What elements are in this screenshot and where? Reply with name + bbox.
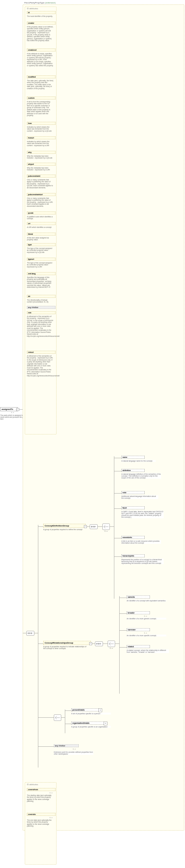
attr-pubconstraint[interactable]: pubconstraint	[27, 175, 55, 178]
attr-desc: A qualified code which identifies a conc…	[27, 216, 53, 220]
connector	[38, 644, 43, 644]
leaf-facet[interactable]: facet	[121, 506, 145, 509]
leaf-title: narrower	[128, 629, 149, 631]
leaf-persondetails[interactable]: personDetails	[71, 708, 100, 711]
attr-coversto[interactable]: coversto	[27, 813, 55, 816]
leaf-organisationdetails[interactable]: organisationDetails	[71, 722, 105, 724]
plus-icon[interactable]: +	[98, 708, 102, 712]
card: 0..∞	[110, 647, 113, 649]
attr-name: whyuri	[28, 163, 54, 165]
leaf-sameas[interactable]: sameAs	[127, 595, 150, 598]
sequence-compositor[interactable]	[26, 631, 34, 636]
attr-coversfrom[interactable]: coversfrom	[27, 788, 55, 791]
attr-id[interactable]: id	[27, 11, 55, 14]
leaf-desc: Additional natural language information …	[121, 495, 158, 499]
leaf-narrower[interactable]: narrower	[127, 628, 150, 631]
attr-name: why	[28, 151, 54, 153]
attr-desc: One or many constraints that apply to pu…	[27, 197, 53, 207]
leaf-definition[interactable]: definition	[121, 469, 145, 472]
choice-compositor[interactable]	[102, 524, 110, 530]
attr-desc: One or many constraints that apply to pu…	[27, 179, 53, 189]
attr-xml-lang[interactable]: xml:lang	[27, 272, 55, 275]
connector	[38, 717, 54, 718]
leaf-title: note	[122, 492, 144, 494]
attr-creator[interactable]: creator	[27, 22, 55, 25]
attr-whyuri[interactable]: whyuri	[27, 163, 55, 166]
attr-how[interactable]: how	[27, 122, 55, 125]
attr-custom[interactable]: custom	[27, 96, 55, 99]
attr-name: custom	[28, 97, 54, 99]
leaf-desc: An identifier of a more specific concept…	[127, 634, 166, 637]
choice-compositor[interactable]	[54, 714, 61, 721]
connector	[114, 508, 121, 509]
leaf-name[interactable]: name	[121, 456, 145, 459]
attr-type[interactable]: type	[27, 243, 55, 246]
leaf-remoteinfo[interactable]: remoteInfo	[121, 536, 145, 539]
attr-name: coversto	[28, 813, 54, 815]
sequence-compositor[interactable]	[95, 642, 103, 646]
attr-role[interactable]: role	[27, 311, 55, 314]
group-crg[interactable]: ConceptRelationshipsGroup	[43, 641, 91, 645]
connector	[65, 724, 71, 724]
type-name: Flex1PartyPropType	[24, 2, 44, 4]
card: 0..∞	[144, 615, 147, 617]
expand-toggle[interactable]: −	[17, 408, 19, 411]
attr-desc: A free-text value assigned as property v…	[27, 237, 53, 241]
leaf-title: remoteInfo	[122, 536, 144, 538]
attr-qcode[interactable]: qcode	[27, 212, 55, 214]
attr-desc: If set to true the corresponding propert…	[27, 101, 53, 117]
attr-name: any ##other	[28, 307, 38, 308]
attr-typeuri[interactable]: typeuri	[27, 258, 55, 260]
attr-desc: The type of the concept assigned as cont…	[27, 247, 53, 253]
leaf-desc: A natural language name for the concept.	[121, 460, 156, 462]
attr-desc: The date (and, optionally, the time) whe…	[27, 80, 53, 89]
leaf-title: any ##other	[55, 745, 65, 747]
connector	[110, 526, 114, 527]
leaf-title: related	[128, 646, 149, 648]
connector	[114, 493, 121, 494]
leaf-title: hierarchyInfo	[122, 555, 144, 557]
leaf-related[interactable]: related	[127, 645, 150, 648]
connector	[61, 717, 65, 718]
expand-toggle[interactable]: −	[84, 525, 87, 528]
leaf-broader[interactable]: broader	[127, 611, 150, 614]
card: 0..∞	[50, 817, 53, 818]
attr-desc: A refinement of the semantics of the pro…	[27, 355, 53, 377]
card: 0..∞	[73, 748, 76, 750]
attr-pubconstrainturi[interactable]: pubconstrainturi	[27, 193, 55, 196]
sequence-compositor[interactable]	[90, 524, 98, 529]
attr-modified[interactable]: modified	[27, 75, 55, 78]
connector	[114, 458, 121, 458]
attr-dir[interactable]: dir	[27, 295, 55, 298]
attr-name: type	[28, 244, 54, 246]
leaf-title: personDetails	[72, 709, 99, 711]
group-cdg[interactable]: ConceptDefinitionGroup	[43, 524, 86, 528]
leaf-hierarchyinfo[interactable]: hierarchyInfo	[121, 554, 145, 557]
any-other-element[interactable]: any ##other	[54, 744, 79, 747]
attr-why[interactable]: why	[27, 151, 55, 154]
coverage-attr-title-text: attributes	[29, 783, 38, 786]
leaf-title: sameAs	[128, 596, 149, 598]
attr-any-other[interactable]: any ##other	[27, 306, 55, 309]
attr-desc: Indicates by which means the value was e…	[27, 141, 53, 146]
attr-name: roleuri	[28, 351, 54, 353]
attr-name: creator	[28, 22, 54, 24]
leaf-title: organisationDetails	[72, 722, 104, 724]
choice-compositor[interactable]	[108, 641, 115, 647]
type-extension-label: (extension)	[45, 2, 56, 4]
attr-name: howuri	[28, 137, 54, 139]
connector	[114, 538, 121, 538]
root-element[interactable]: assignedTo	[0, 407, 18, 411]
attr-creatoruri[interactable]: creatoruri	[27, 49, 55, 52]
attr-howuri[interactable]: howuri	[27, 136, 55, 139]
expand-toggle[interactable]: −	[89, 642, 92, 645]
leaf-note[interactable]: note	[121, 491, 145, 494]
plus-icon[interactable]: +	[104, 722, 107, 725]
attr-roleuri[interactable]: roleuri	[27, 351, 55, 354]
connector	[119, 647, 127, 648]
attr-literal[interactable]: literal	[27, 232, 55, 236]
leaf-title: broader	[128, 612, 149, 614]
connector	[115, 644, 119, 644]
attr-desc: Why the metadata has been included - exp…	[27, 155, 53, 159]
attr-uri[interactable]: uri	[27, 222, 55, 225]
